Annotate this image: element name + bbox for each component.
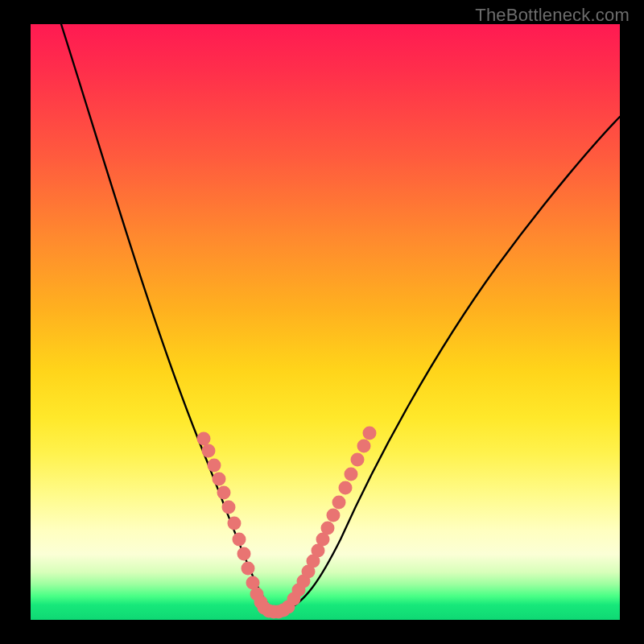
scatter-marker — [208, 459, 221, 473]
scatter-marker — [202, 444, 216, 458]
scatter-marker — [351, 453, 365, 467]
scatter-marker — [228, 517, 242, 530]
scatter-marker — [197, 432, 211, 446]
scatter-marker — [233, 533, 246, 547]
scatter-marker — [327, 509, 341, 522]
scatter-marker — [357, 440, 371, 453]
watermark-text: TheBottleneck.com — [475, 5, 630, 26]
chart-frame: TheBottleneck.com — [0, 0, 644, 644]
plot-area — [31, 24, 620, 620]
scatter-marker — [213, 473, 226, 486]
scatter-marker — [345, 468, 358, 481]
markers-left-branch — [197, 432, 268, 609]
chart-svg — [31, 24, 620, 620]
scatter-marker — [222, 501, 236, 514]
scatter-marker — [332, 496, 346, 510]
scatter-marker — [321, 522, 335, 535]
scatter-marker — [363, 427, 377, 440]
scatter-marker — [237, 547, 251, 561]
bottleneck-curve — [61, 24, 620, 611]
scatter-marker — [242, 562, 255, 576]
scatter-marker — [339, 481, 353, 495]
markers-right-branch — [287, 427, 377, 606]
scatter-marker — [217, 486, 231, 500]
